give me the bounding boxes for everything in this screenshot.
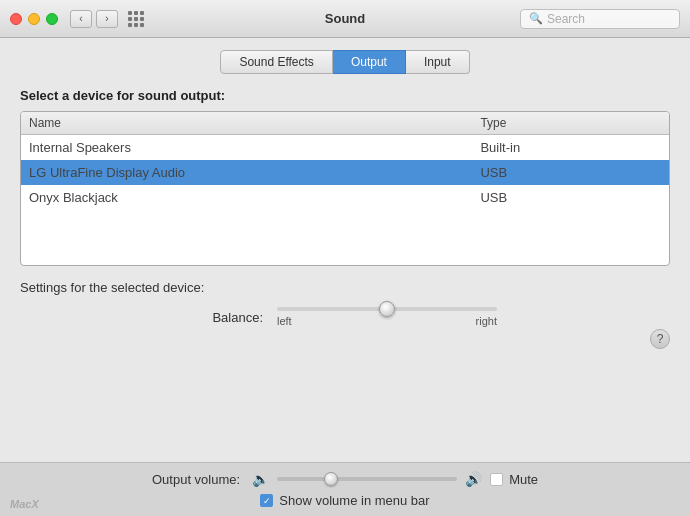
show-volume-label: Show volume in menu bar — [279, 493, 429, 508]
search-placeholder: Search — [547, 12, 585, 26]
volume-slider-thumb[interactable] — [324, 472, 338, 486]
device-name: LG UltraFine Display Audio — [29, 165, 480, 180]
balance-left-label: left — [277, 315, 292, 327]
zoom-button[interactable] — [46, 13, 58, 25]
tabs-bar: Sound Effects Output Input — [20, 50, 670, 74]
table-row[interactable]: Onyx Blackjack USB — [21, 185, 669, 210]
show-volume-row: ✓ Show volume in menu bar — [260, 493, 429, 508]
minimize-button[interactable] — [28, 13, 40, 25]
col-header-name: Name — [29, 116, 480, 130]
grid-dot — [140, 11, 144, 15]
volume-slider-track[interactable] — [277, 477, 457, 481]
grid-dot — [134, 17, 138, 21]
device-type: USB — [480, 190, 661, 205]
device-name: Onyx Blackjack — [29, 190, 480, 205]
table-row[interactable]: Internal Speakers Built-in — [21, 135, 669, 160]
device-type: USB — [480, 165, 661, 180]
balance-label: Balance: — [193, 310, 263, 325]
grid-icon[interactable] — [128, 11, 144, 27]
table-header: Name Type — [21, 112, 669, 135]
grid-dot — [134, 11, 138, 15]
mute-checkbox[interactable] — [490, 473, 503, 486]
balance-slider-track[interactable] — [277, 307, 497, 311]
watermark: MacX — [10, 498, 39, 510]
volume-low-icon: 🔈 — [252, 471, 269, 487]
traffic-lights — [10, 13, 58, 25]
table-row[interactable]: LG UltraFine Display Audio USB — [21, 160, 669, 185]
titlebar: ‹ › Sound 🔍 Search — [0, 0, 690, 38]
show-volume-checkbox[interactable]: ✓ — [260, 494, 273, 507]
mute-row: Mute — [490, 472, 538, 487]
close-button[interactable] — [10, 13, 22, 25]
main-content: Sound Effects Output Input Select a devi… — [0, 38, 690, 363]
grid-dot — [134, 23, 138, 27]
settings-title: Settings for the selected device: — [20, 280, 670, 295]
device-name: Internal Speakers — [29, 140, 480, 155]
volume-high-icon: 🔊 — [465, 471, 482, 487]
grid-dot — [128, 17, 132, 21]
balance-slider-container: left right — [277, 307, 497, 327]
tab-output[interactable]: Output — [333, 50, 406, 74]
grid-dot — [140, 23, 144, 27]
grid-dot — [128, 11, 132, 15]
tab-sound-effects[interactable]: Sound Effects — [220, 50, 333, 74]
grid-dot — [128, 23, 132, 27]
mute-label: Mute — [509, 472, 538, 487]
balance-row: Balance: left right — [20, 307, 670, 327]
output-volume-label: Output volume: — [152, 472, 240, 487]
back-button[interactable]: ‹ — [70, 10, 92, 28]
help-button[interactable]: ? — [650, 329, 670, 349]
bottom-bar: Output volume: 🔈 🔊 Mute ✓ Show volume in… — [0, 462, 690, 516]
tab-input[interactable]: Input — [406, 50, 470, 74]
col-header-type: Type — [480, 116, 661, 130]
section-title: Select a device for sound output: — [20, 88, 670, 103]
window-title: Sound — [325, 11, 365, 26]
volume-row: Output volume: 🔈 🔊 Mute — [152, 471, 538, 487]
search-bar[interactable]: 🔍 Search — [520, 9, 680, 29]
balance-right-label: right — [476, 315, 497, 327]
device-table: Name Type Internal Speakers Built-in LG … — [20, 111, 670, 266]
balance-slider-thumb[interactable] — [379, 301, 395, 317]
device-type: Built-in — [480, 140, 661, 155]
nav-buttons: ‹ › — [70, 10, 118, 28]
grid-dot — [140, 17, 144, 21]
help-row: ? — [20, 327, 670, 349]
forward-button[interactable]: › — [96, 10, 118, 28]
search-icon: 🔍 — [529, 12, 543, 25]
table-body: Internal Speakers Built-in LG UltraFine … — [21, 135, 669, 265]
